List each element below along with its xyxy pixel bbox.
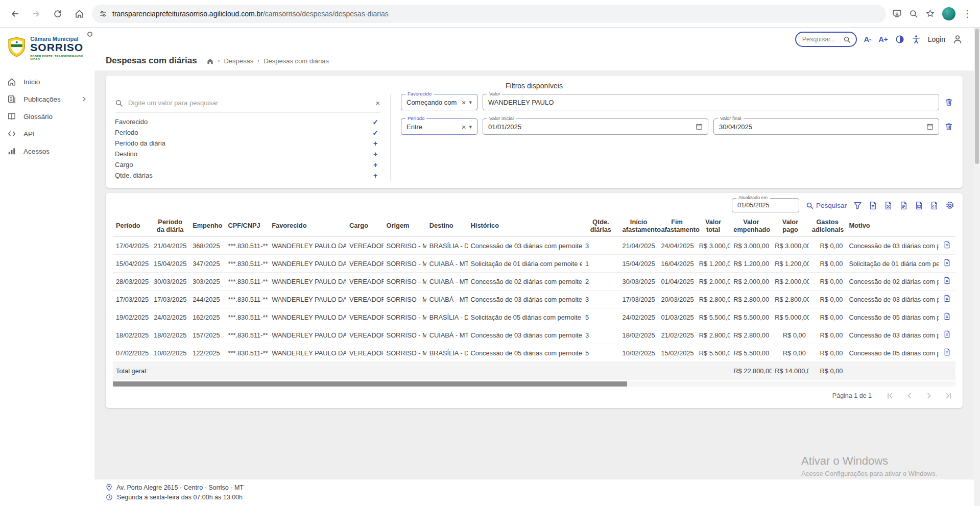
row-detail-button[interactable] [939, 237, 955, 255]
sidebar-item-inicio[interactable]: Início [0, 73, 94, 90]
remove-filter-button[interactable] [944, 98, 953, 107]
filter-field-periodo[interactable]: Período ✓ [115, 127, 380, 138]
browser-menu-icon[interactable]: ⋮ [963, 9, 972, 18]
cell-gastos-adicionais: R$ 0,00 [809, 308, 846, 326]
calendar-icon[interactable] [696, 123, 703, 130]
export-csv-icon[interactable] [899, 201, 908, 210]
filter-field-cargo[interactable]: Cargo + [115, 159, 380, 170]
add-icon[interactable]: + [371, 161, 380, 169]
site-settings-icon[interactable] [99, 10, 107, 18]
results-toolbar: Atualizado em 01/05/2025 Pesquisar [106, 193, 963, 215]
filter-field-favorecido[interactable]: Favorecido ✓ [115, 116, 380, 127]
location-pin-icon [106, 484, 112, 491]
add-icon[interactable]: + [371, 172, 380, 180]
next-page-icon[interactable] [925, 392, 933, 400]
row-detail-button[interactable] [939, 344, 955, 362]
sidebar-item-api[interactable]: API [0, 125, 94, 142]
filter-funnel-icon[interactable] [853, 201, 862, 210]
check-icon[interactable]: ✓ [371, 129, 380, 137]
footer-hours-text: Segunda à sexta-feira das 07:00h às 13:0… [117, 494, 243, 501]
add-icon[interactable]: + [371, 139, 380, 148]
bookmark-star-icon[interactable] [925, 9, 935, 18]
row-detail-button[interactable] [939, 308, 955, 326]
address-bar[interactable]: transparenciaprefeiturasorriso.agiliclou… [92, 5, 886, 23]
row-detail-button[interactable] [939, 291, 955, 308]
remove-filter-button[interactable] [944, 122, 953, 131]
login-button[interactable]: Login [928, 35, 945, 43]
global-search[interactable] [795, 32, 857, 47]
cell-inicio-afastamento: 24/02/2025 [619, 308, 658, 326]
browser-home-button[interactable] [70, 5, 88, 22]
cell-origem: SORRISO - MT [384, 255, 426, 273]
column-header: Período da diária [151, 215, 189, 237]
sidebar-item-glossario[interactable]: Glossário [0, 108, 94, 125]
filters-title: Filtros disponíveis [106, 76, 963, 90]
sidebar-item-acessos[interactable]: Acessos [0, 142, 94, 160]
contrast-icon[interactable] [895, 35, 904, 44]
windows-watermark: Ativar o Windows Acesse Configurações pa… [801, 454, 937, 477]
cell-inicio-afastamento: 17/03/2025 [619, 291, 658, 308]
settings-gear-icon[interactable] [945, 201, 954, 210]
accessibility-icon[interactable] [912, 35, 921, 44]
font-increase-button[interactable]: A+ [878, 35, 888, 43]
page-scrollbar-thumb[interactable] [975, 29, 979, 164]
periodo-operator-select[interactable]: Período Entre × ▾ [401, 118, 477, 135]
install-app-icon[interactable] [892, 9, 902, 18]
previous-page-icon[interactable] [905, 392, 914, 400]
filter-fields-search[interactable]: × [115, 94, 380, 112]
search-results-button[interactable]: Pesquisar [806, 202, 847, 209]
browser-forward-button[interactable] [28, 5, 45, 22]
periodo-start-input[interactable]: Valor inicial 01/01/2025 [483, 118, 708, 135]
add-icon[interactable]: + [371, 150, 380, 158]
cell-valor-pago: R$ 2.800,00 [772, 291, 809, 308]
cell-gastos-adicionais: R$ 0,00 [809, 291, 846, 308]
cell-valor-pago: R$ 3.000,00 [772, 237, 809, 255]
cell-destino: BRASÍLIA - DF [426, 308, 468, 326]
page-header: Despesas com diárias • Despesas • Despes… [94, 51, 974, 70]
cell-cargo: VEREADOR [346, 326, 384, 344]
filter-field-qtde-diarias[interactable]: Qtde. diárias + [115, 170, 380, 181]
periodo-end-input[interactable]: Valor final 30/04/2025 [713, 118, 939, 135]
horizontal-scrollbar-thumb[interactable] [113, 381, 627, 387]
cell-historico: Concessão de 03 diárias com pernoite e 0… [468, 291, 582, 308]
first-page-icon[interactable] [886, 392, 894, 400]
global-search-input[interactable] [802, 36, 839, 43]
export-pdf-icon[interactable] [869, 201, 877, 210]
favorecido-value-input[interactable]: Valor WANDERLEY PAULO [483, 94, 939, 110]
last-page-icon[interactable] [944, 392, 952, 400]
export-ods-icon[interactable] [915, 201, 923, 210]
breadcrumb-item[interactable]: Despesas [224, 57, 253, 65]
page-scrollbar[interactable] [974, 28, 980, 506]
breadcrumb-home-icon[interactable] [206, 57, 214, 65]
browser-back-button[interactable] [6, 5, 23, 22]
app-topbar: A- A+ Login [94, 28, 974, 51]
sidebar-item-publicacoes[interactable]: Publicações [0, 90, 94, 108]
cell-origem: SORRISO - MT [384, 237, 426, 255]
calendar-icon[interactable] [926, 123, 934, 130]
clear-icon[interactable]: × [462, 123, 466, 131]
horizontal-scrollbar[interactable] [113, 381, 955, 387]
clear-icon[interactable]: × [462, 99, 466, 106]
browser-reload-button[interactable] [49, 5, 66, 22]
favorecido-operator-select[interactable]: Favorecido Começando com × ▾ [401, 94, 477, 110]
filter-field-periodo-diaria[interactable]: Período da diária + [115, 138, 380, 149]
sidebar-pin-toggle[interactable] [87, 32, 92, 37]
row-detail-button[interactable] [939, 273, 955, 291]
browser-profile-avatar[interactable] [942, 7, 955, 20]
check-icon[interactable]: ✓ [371, 118, 380, 126]
clear-icon[interactable]: × [375, 99, 380, 107]
export-excel-icon[interactable] [884, 201, 893, 210]
cell-inicio-afastamento: 10/02/2025 [619, 344, 658, 362]
table-header-row: Período Período da diária Empenho CPF/CN… [113, 215, 955, 237]
filter-field-destino[interactable]: Destino + [115, 149, 380, 159]
filter-fields-search-input[interactable] [128, 99, 370, 107]
updated-at-input[interactable]: Atualizado em 01/05/2025 [732, 198, 799, 212]
user-icon[interactable] [952, 34, 963, 44]
search-tabs-icon[interactable] [909, 9, 918, 18]
font-decrease-button[interactable]: A- [864, 35, 872, 43]
field-label: Cargo [115, 161, 133, 168]
row-detail-button[interactable] [939, 255, 955, 273]
row-detail-button[interactable] [939, 326, 955, 344]
cell-inicio-afastamento: 18/02/2025 [619, 326, 658, 344]
export-xml-icon[interactable] [930, 201, 939, 210]
